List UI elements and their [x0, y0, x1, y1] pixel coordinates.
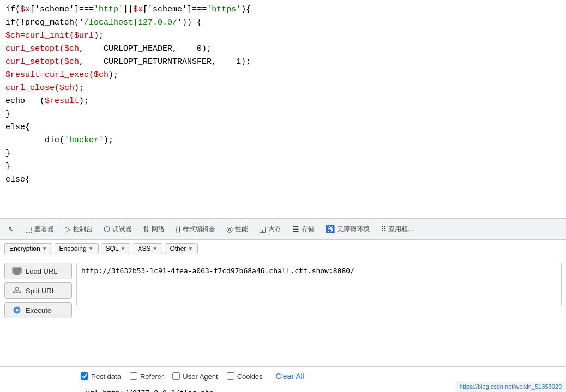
code-line: curl_setopt($ch, CURLOPT_RETURNTRANSFER,…	[5, 56, 561, 69]
devtools-cursor-tab[interactable]: ↖	[2, 219, 20, 239]
encoder-btn-encryption[interactable]: Encryption ▼	[4, 243, 52, 254]
tab-icon: ⇅	[143, 225, 149, 233]
status-url: https://blog.csdn.net/weixin_51353029	[460, 383, 562, 390]
code-line: $ch=curl_init($url);	[5, 29, 561, 43]
split-url-button[interactable]: Split URL	[4, 282, 72, 299]
execute-button[interactable]: Execute	[4, 302, 72, 318]
tab-label: 网络	[152, 225, 165, 234]
code-line: die('hacker');	[5, 134, 561, 147]
devtools-tab-无障碍环境[interactable]: ♿无障碍环境	[320, 219, 375, 239]
cb-cookies-label: Cookies	[237, 372, 263, 381]
cb-useragent-label: User Agent	[183, 372, 218, 381]
code-line: $result=curl_exec($ch);	[5, 69, 561, 82]
tab-icon: ◎	[226, 225, 233, 233]
svg-point-3	[15, 287, 19, 291]
svg-rect-2	[14, 274, 20, 275]
load-url-label: Load URL	[26, 267, 58, 275]
code-display: if($x['scheme']==='http'||$x['scheme']==…	[0, 0, 566, 218]
code-line: else{	[5, 173, 561, 186]
dropdown-arrow: ▼	[188, 245, 193, 251]
checkbox-cb-referer[interactable]: Referer	[130, 372, 164, 381]
load-url-icon	[11, 267, 22, 275]
devtools-tab-样式编辑器[interactable]: {}样式编辑器	[170, 219, 221, 239]
execute-icon	[11, 306, 22, 315]
tab-label: 无障碍环境	[337, 225, 370, 234]
code-line: curl_setopt($ch, CURLOPT_HEADER, 0);	[5, 43, 561, 56]
tab-icon: ⬡	[104, 225, 110, 233]
split-url-icon	[11, 286, 22, 295]
cb-post-label: Post data	[91, 372, 121, 381]
tab-label: 应用程...	[388, 225, 413, 234]
cb-referer-checkbox[interactable]	[130, 372, 137, 380]
cb-useragent-checkbox[interactable]	[172, 372, 180, 380]
dropdown-arrow: ▼	[88, 245, 94, 251]
devtools-tab-查看器[interactable]: ⬚查看器	[20, 219, 59, 239]
tab-icon: ▷	[65, 225, 71, 233]
tab-label: 性能	[235, 225, 248, 234]
svg-rect-0	[13, 268, 21, 273]
status-bar: https://blog.csdn.net/weixin_51353029	[455, 381, 566, 392]
execute-label: Execute	[26, 306, 51, 315]
tab-label: 内存	[268, 225, 281, 234]
hackbar-main: Load URLSplit URLExecute	[0, 257, 566, 366]
tab-label: 控制台	[73, 225, 93, 234]
devtools-tab-存储[interactable]: ☰存储	[287, 219, 320, 239]
encoder-btn-encoding[interactable]: Encoding ▼	[55, 243, 99, 254]
code-line: if($x['scheme']==='http'||$x['scheme']==…	[5, 3, 561, 16]
tab-label: 查看器	[34, 225, 54, 234]
tab-label: 存储	[302, 225, 315, 234]
encoder-btn-xss[interactable]: XSS ▼	[133, 243, 162, 254]
devtools-tab-调试器[interactable]: ⬡调试器	[98, 219, 137, 239]
svg-point-7	[19, 291, 21, 293]
devtools-tab-应用程...[interactable]: ⠿应用程...	[375, 219, 419, 239]
cb-post-checkbox[interactable]	[81, 372, 88, 380]
dropdown-arrow: ▼	[153, 245, 158, 251]
clear-all-button[interactable]: Clear All	[276, 372, 304, 381]
load-url-button[interactable]: Load URL	[4, 263, 72, 279]
code-line: }	[5, 147, 561, 160]
code-line: else{	[5, 121, 561, 134]
cb-referer-label: Referer	[140, 372, 164, 381]
devtools-tab-控制台[interactable]: ▷控制台	[59, 219, 98, 239]
tab-icon: {}	[176, 225, 180, 233]
devtools-tab-内存[interactable]: ◱内存	[254, 219, 287, 239]
tab-icon: ◱	[259, 225, 266, 233]
devtools-tab-性能[interactable]: ◎性能	[221, 219, 254, 239]
devtools-tab-网络[interactable]: ⇅网络	[137, 219, 170, 239]
checkbox-cb-post[interactable]: Post data	[81, 372, 121, 381]
code-line: curl_close($ch);	[5, 82, 561, 95]
code-line: if(!preg_match('/localhost|127.0.0/')) {	[5, 16, 561, 29]
encoder-btn-sql[interactable]: SQL ▼	[101, 243, 131, 254]
cb-cookies-checkbox[interactable]	[227, 372, 234, 380]
encoder-row: Encryption ▼Encoding ▼SQL ▼XSS ▼Other ▼	[0, 240, 566, 257]
svg-rect-1	[15, 273, 19, 274]
tab-label: 调试器	[112, 225, 132, 234]
hackbar-url-area	[76, 257, 566, 366]
tab-icon: ⠿	[381, 225, 386, 233]
svg-point-6	[13, 291, 15, 293]
encoder-btn-other[interactable]: Other ▼	[165, 243, 198, 254]
cursor-icon: ↖	[8, 225, 14, 233]
code-line: }	[5, 108, 561, 121]
dropdown-arrow: ▼	[42, 245, 47, 251]
tab-icon: ☰	[292, 225, 299, 233]
checkbox-cb-useragent[interactable]: User Agent	[172, 372, 218, 381]
tab-icon: ♿	[326, 225, 335, 233]
tab-label: 样式编辑器	[183, 225, 215, 234]
dropdown-arrow: ▼	[121, 245, 126, 251]
split-url-label: Split URL	[26, 287, 56, 295]
code-line: echo ($result);	[5, 95, 561, 108]
devtools-toolbar: ↖ ⬚查看器▷控制台⬡调试器⇅网络{}样式编辑器◎性能◱内存☰存储♿无障碍环境⠿…	[0, 218, 566, 240]
checkbox-cb-cookies[interactable]: Cookies	[227, 372, 263, 381]
code-line: }	[5, 160, 561, 173]
url-input[interactable]	[76, 263, 562, 306]
tab-icon: ⬚	[25, 225, 32, 233]
hackbar-buttons: Load URLSplit URLExecute	[0, 257, 76, 366]
